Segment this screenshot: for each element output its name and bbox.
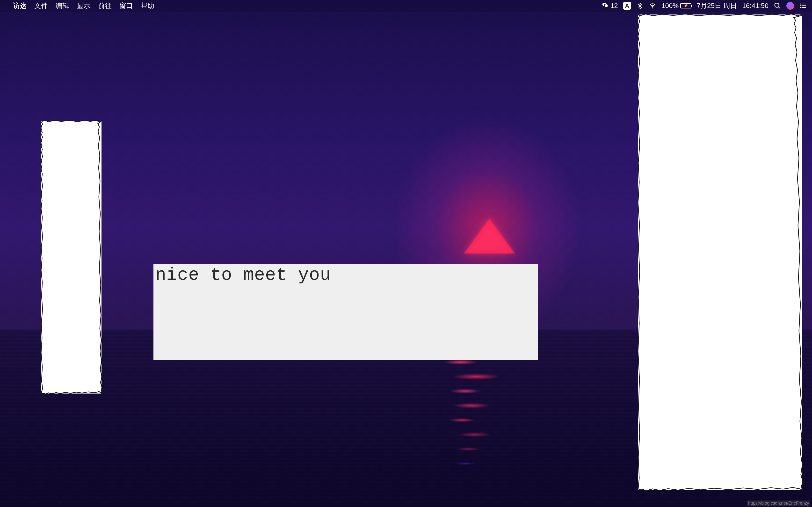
wifi-icon[interactable] [649,2,656,9]
svg-point-7 [800,5,801,6]
battery-percent-text: 100% [661,2,679,10]
search-icon [774,2,781,9]
time-display[interactable]: 16:41:50 [742,2,768,10]
menubar: 访达 文件 编辑 显示 前往 窗口 帮助 12 A 100% [0,0,812,12]
siri-icon[interactable] [786,2,794,10]
wechat-status-icon[interactable]: 12 [602,2,618,10]
text-entry-content: nice to meet you [155,265,331,285]
menu-edit[interactable]: 编辑 [52,1,73,10]
svg-point-8 [800,7,801,8]
menu-help[interactable]: 帮助 [137,1,158,10]
svg-point-1 [775,3,779,7]
wallpaper-triangle [464,219,515,253]
sketch-border-right [636,12,805,493]
sketch-border-left [39,118,104,396]
watermark-text: https://blog.csdn.net/EricFrenzy [747,501,810,506]
spotlight-icon[interactable] [774,2,781,9]
control-center-icon[interactable] [800,2,807,9]
menu-view[interactable]: 显示 [73,1,94,10]
svg-point-0 [652,7,653,8]
text-entry-window[interactable]: nice to meet you [153,264,538,360]
menu-file[interactable]: 文件 [31,1,52,10]
battery-charging-icon: ⚡ [683,4,688,8]
menubar-left: 访达 文件 编辑 显示 前往 窗口 帮助 [0,1,158,10]
tk-window-left[interactable] [41,121,101,394]
menu-app-name[interactable]: 访达 [9,1,31,10]
svg-point-6 [800,4,801,5]
menu-window[interactable]: 窗口 [115,1,137,10]
menubar-right: 12 A 100% ⚡ 7月25日 周日 16:41:50 [602,1,812,10]
svg-line-2 [778,7,780,9]
tk-window-right[interactable] [638,14,802,490]
bluetooth-svg-icon [636,2,644,9]
battery-status[interactable]: 100% ⚡ [661,2,692,10]
date-display[interactable]: 7月25日 周日 [697,1,737,10]
bluetooth-icon[interactable] [636,2,644,9]
wifi-svg-icon [649,2,656,9]
wechat-count: 12 [610,2,618,10]
menu-go[interactable]: 前往 [94,1,115,10]
list-icon [800,2,807,9]
battery-icon: ⚡ [680,3,692,8]
input-source-badge[interactable]: A [623,2,631,10]
speech-bubble-icon [602,2,609,9]
